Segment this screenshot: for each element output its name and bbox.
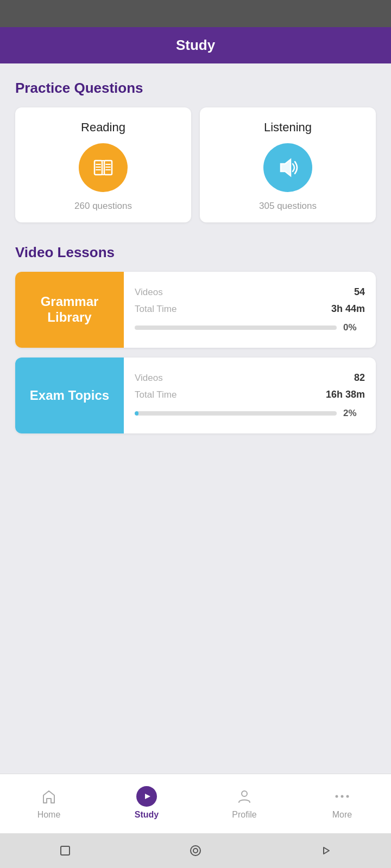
status-bar — [0, 0, 391, 27]
bottom-nav: Home Study Profile More — [0, 774, 391, 833]
exam-videos-label: Videos — [135, 373, 163, 384]
grammar-videos-label: Videos — [135, 287, 163, 298]
exam-time-value: 16h 38m — [326, 389, 365, 400]
listening-count: 305 questions — [259, 201, 317, 212]
reading-card[interactable]: Reading 260 questions — [15, 107, 191, 222]
profile-icon — [234, 786, 255, 807]
sys-home-button[interactable] — [186, 841, 205, 860]
nav-item-study[interactable]: Study — [98, 786, 195, 820]
svg-point-12 — [242, 791, 247, 796]
video-lessons-section: Video Lessons Grammar Library Videos 54 … — [15, 244, 376, 433]
svg-point-18 — [193, 848, 198, 853]
grammar-library-label-bg: Grammar Library — [15, 272, 124, 348]
grammar-library-label: Grammar Library — [24, 294, 115, 326]
grammar-library-card[interactable]: Grammar Library Videos 54 Total Time 3h … — [15, 272, 376, 348]
exam-time-label: Total Time — [135, 390, 176, 400]
exam-videos-row: Videos 82 — [135, 372, 365, 384]
practice-questions-section: Practice Questions Reading — [15, 80, 376, 222]
main-content: Practice Questions Reading — [0, 63, 391, 774]
exam-time-row: Total Time 16h 38m — [135, 389, 365, 400]
sys-recent-button[interactable] — [316, 841, 336, 860]
home-icon — [39, 786, 59, 807]
svg-marker-11 — [145, 794, 150, 799]
exam-topics-label-bg: Exam Topics — [15, 358, 124, 433]
grammar-videos-value: 54 — [354, 286, 365, 298]
exam-progress-bg — [135, 411, 337, 416]
nav-item-home[interactable]: Home — [0, 786, 98, 820]
exam-progress-pct: 2% — [343, 408, 365, 419]
study-play-icon — [136, 786, 157, 807]
svg-point-14 — [341, 795, 344, 797]
video-lessons-title: Video Lessons — [15, 244, 376, 261]
practice-grid: Reading 260 questions — [15, 107, 376, 222]
sys-back-button[interactable] — [55, 841, 75, 860]
grammar-progress-pct: 0% — [343, 322, 365, 333]
exam-topics-label: Exam Topics — [30, 388, 109, 404]
exam-topics-info: Videos 82 Total Time 16h 38m 2% — [124, 358, 376, 433]
listening-title: Listening — [264, 120, 312, 135]
grammar-progress-bg — [135, 326, 337, 330]
nav-item-profile[interactable]: Profile — [195, 786, 293, 820]
exam-topics-card[interactable]: Exam Topics Videos 82 Total Time 16h 38m… — [15, 358, 376, 433]
grammar-videos-row: Videos 54 — [135, 286, 365, 298]
nav-item-more[interactable]: More — [293, 786, 391, 820]
exam-videos-value: 82 — [354, 372, 365, 384]
nav-label-home: Home — [37, 810, 61, 820]
listening-card[interactable]: Listening 305 questions — [200, 107, 376, 222]
grammar-progress-row: 0% — [135, 322, 365, 333]
svg-marker-10 — [281, 159, 291, 176]
reading-title: Reading — [81, 120, 125, 135]
svg-point-17 — [191, 846, 200, 856]
nav-label-study: Study — [135, 810, 159, 820]
exam-progress-fill — [135, 411, 138, 416]
book-icon — [91, 155, 116, 180]
grammar-library-info: Videos 54 Total Time 3h 44m 0% — [124, 272, 376, 348]
svg-rect-16 — [61, 846, 70, 855]
exam-progress-row: 2% — [135, 408, 365, 419]
header: Study — [0, 27, 391, 63]
practice-questions-title: Practice Questions — [15, 80, 376, 97]
speaker-icon — [275, 155, 300, 180]
grammar-time-value: 3h 44m — [331, 303, 365, 315]
page-title: Study — [176, 37, 215, 53]
svg-marker-19 — [324, 847, 329, 854]
reading-icon-circle — [79, 143, 128, 192]
svg-point-15 — [346, 795, 349, 797]
system-nav-bar — [0, 833, 391, 868]
grammar-time-row: Total Time 3h 44m — [135, 303, 365, 315]
svg-point-13 — [336, 795, 338, 797]
grammar-time-label: Total Time — [135, 304, 176, 315]
more-icon — [332, 786, 352, 807]
nav-label-profile: Profile — [232, 810, 256, 820]
reading-count: 260 questions — [74, 201, 132, 212]
listening-icon-circle — [263, 143, 312, 192]
nav-label-more: More — [332, 810, 352, 820]
